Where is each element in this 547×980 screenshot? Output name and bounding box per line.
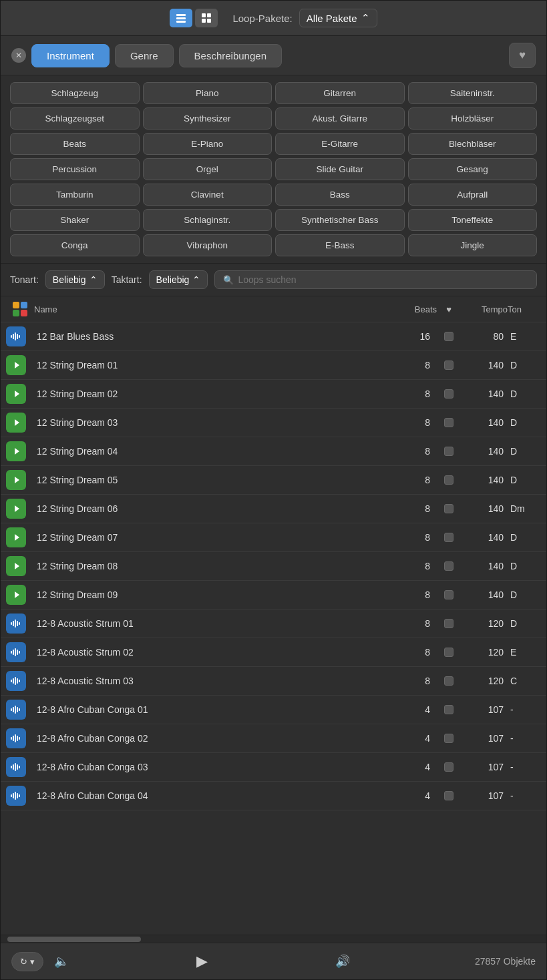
track-favorite[interactable]: [437, 590, 461, 599]
instrument-button[interactable]: Gitarren: [275, 82, 405, 104]
track-favorite[interactable]: [437, 676, 461, 686]
table-row[interactable]: 12 String Dream 048140D: [1, 437, 546, 466]
table-row[interactable]: 12 String Dream 038140D: [1, 409, 546, 437]
track-favorite[interactable]: [437, 561, 461, 571]
favorite-checkbox[interactable]: [444, 648, 453, 657]
svg-rect-21: [19, 651, 20, 654]
horizontal-scrollbar[interactable]: [1, 935, 546, 943]
instrument-button[interactable]: Shaker: [10, 209, 140, 231]
track-favorite[interactable]: [437, 705, 461, 714]
loop-options-button[interactable]: ↻ ▾: [11, 952, 43, 971]
instrument-button[interactable]: E-Bass: [275, 234, 405, 256]
table-row[interactable]: 12-8 Acoustic Strum 018120D: [1, 609, 546, 638]
track-favorite[interactable]: [437, 360, 461, 370]
instrument-button[interactable]: Saiteninstr.: [408, 82, 538, 104]
table-row[interactable]: 12 String Dream 018140D: [1, 351, 546, 380]
track-favorite[interactable]: [437, 791, 461, 800]
instrument-button[interactable]: Tamburin: [10, 184, 140, 206]
table-row[interactable]: 12 Bar Blues Bass1680E: [1, 322, 546, 351]
instrument-button[interactable]: Orgel: [143, 158, 272, 180]
instrument-button[interactable]: Schlaginstr.: [143, 209, 272, 231]
volume-button[interactable]: 🔈: [51, 951, 71, 971]
favorite-checkbox[interactable]: [444, 504, 453, 513]
instrument-button[interactable]: Blechbläser: [408, 133, 538, 155]
favorite-checkbox[interactable]: [444, 791, 453, 800]
instrument-button[interactable]: Clavinet: [143, 184, 272, 206]
tab-genre[interactable]: Genre: [115, 44, 174, 67]
track-favorite[interactable]: [437, 619, 461, 628]
instrument-button[interactable]: Piano: [143, 82, 272, 104]
alle-pakete-dropdown[interactable]: Alle Pakete ⌃: [299, 9, 377, 27]
play-button[interactable]: ▶: [194, 950, 210, 973]
instrument-button[interactable]: Jingle: [408, 234, 538, 256]
favorites-button[interactable]: ♥: [509, 43, 536, 68]
favorite-checkbox[interactable]: [444, 475, 453, 485]
tab-instrument[interactable]: Instrument: [31, 44, 110, 67]
favorite-checkbox[interactable]: [444, 705, 453, 714]
instrument-button[interactable]: Beats: [10, 133, 140, 155]
instrument-button[interactable]: Aufprall: [408, 184, 538, 206]
favorite-checkbox[interactable]: [444, 734, 453, 743]
instrument-button[interactable]: Synthesizer: [143, 107, 272, 130]
table-row[interactable]: 12 String Dream 058140D: [1, 466, 546, 495]
favorite-checkbox[interactable]: [444, 418, 453, 427]
favorite-checkbox[interactable]: [444, 590, 453, 599]
favorite-checkbox[interactable]: [444, 619, 453, 628]
favorite-checkbox[interactable]: [444, 561, 453, 571]
close-button[interactable]: ✕: [11, 48, 26, 63]
track-favorite[interactable]: [437, 504, 461, 513]
table-row[interactable]: 12-8 Afro Cuban Conga 044107-: [1, 782, 546, 810]
table-row[interactable]: 12 String Dream 078140D: [1, 523, 546, 552]
table-row[interactable]: 12-8 Acoustic Strum 028120E: [1, 638, 546, 667]
speaker-button[interactable]: 🔊: [333, 951, 353, 971]
tonart-dropdown[interactable]: Beliebig ⌃: [45, 270, 105, 289]
favorite-checkbox[interactable]: [444, 676, 453, 686]
instrument-button[interactable]: Vibraphon: [143, 234, 272, 256]
instrument-button[interactable]: Akust. Gitarre: [275, 107, 405, 130]
instrument-button[interactable]: Gesang: [408, 158, 538, 180]
table-row[interactable]: 12 String Dream 028140D: [1, 380, 546, 409]
instrument-button[interactable]: Slide Guitar: [275, 158, 405, 180]
table-row[interactable]: 12 String Dream 088140D: [1, 552, 546, 581]
instrument-button[interactable]: E-Piano: [143, 133, 272, 155]
track-rows: 12 Bar Blues Bass1680E12 String Dream 01…: [1, 322, 546, 810]
table-row[interactable]: 12-8 Afro Cuban Conga 014107-: [1, 696, 546, 724]
track-favorite[interactable]: [437, 762, 461, 772]
track-favorite[interactable]: [437, 389, 461, 399]
table-row[interactable]: 12 String Dream 098140D: [1, 581, 546, 609]
instrument-button[interactable]: Schlagzeug: [10, 82, 140, 104]
favorite-checkbox[interactable]: [444, 762, 453, 772]
instrument-button[interactable]: Synthetischer Bass: [275, 209, 405, 231]
view-btn-multi[interactable]: [195, 9, 218, 27]
instrument-button[interactable]: Conga: [10, 234, 140, 256]
instrument-button[interactable]: E-Gitarre: [275, 133, 405, 155]
taktart-dropdown[interactable]: Beliebig ⌃: [149, 270, 208, 289]
instrument-button[interactable]: Holzbläser: [408, 107, 538, 130]
track-favorite[interactable]: [437, 734, 461, 743]
table-row[interactable]: 12 String Dream 068140Dm: [1, 495, 546, 523]
table-row[interactable]: 12-8 Afro Cuban Conga 034107-: [1, 753, 546, 782]
track-list[interactable]: Name Beats ♥ Tempo Ton 12 Bar Blues Bass…: [1, 296, 546, 935]
search-box[interactable]: 🔍: [214, 270, 537, 289]
track-favorite[interactable]: [437, 332, 461, 341]
view-btn-single[interactable]: [170, 9, 192, 27]
track-favorite[interactable]: [437, 418, 461, 427]
favorite-checkbox[interactable]: [444, 332, 453, 341]
instrument-button[interactable]: Bass: [275, 184, 405, 206]
track-favorite[interactable]: [437, 475, 461, 485]
favorite-checkbox[interactable]: [444, 389, 453, 399]
table-row[interactable]: 12-8 Acoustic Strum 038120C: [1, 667, 546, 696]
tab-beschreibungen[interactable]: Beschreibungen: [179, 44, 282, 67]
favorite-checkbox[interactable]: [444, 533, 453, 542]
table-row[interactable]: 12-8 Afro Cuban Conga 024107-: [1, 724, 546, 753]
instrument-button[interactable]: Schlagzeugset: [10, 107, 140, 130]
scrollbar-thumb[interactable]: [7, 937, 141, 942]
search-input[interactable]: [238, 274, 528, 285]
track-favorite[interactable]: [437, 648, 461, 657]
instrument-button[interactable]: Percussion: [10, 158, 140, 180]
track-favorite[interactable]: [437, 533, 461, 542]
instrument-button[interactable]: Toneffekte: [408, 209, 538, 231]
track-favorite[interactable]: [437, 447, 461, 456]
favorite-checkbox[interactable]: [444, 447, 453, 456]
favorite-checkbox[interactable]: [444, 360, 453, 370]
